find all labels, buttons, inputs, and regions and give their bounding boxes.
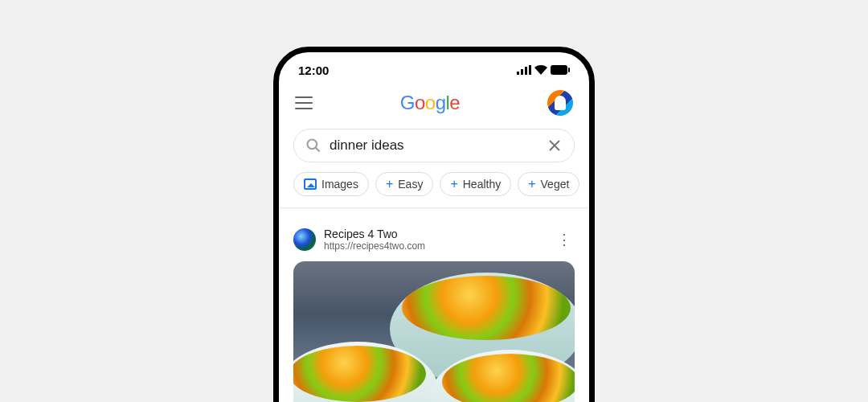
chip-label: Easy (398, 178, 423, 191)
chip-label: Healthy (463, 178, 501, 191)
search-box[interactable] (293, 129, 575, 162)
chip-easy[interactable]: + Easy (375, 172, 433, 196)
plus-icon: + (528, 178, 535, 191)
chip-healthy[interactable]: + Healthy (440, 172, 511, 196)
result-header: Recipes 4 Two https://recipes4two.com ⋮ (293, 228, 575, 252)
svg-rect-0 (517, 72, 519, 75)
site-favicon (293, 228, 316, 251)
plus-icon: + (386, 178, 393, 191)
status-bar: 12:00 (279, 52, 589, 84)
svg-rect-3 (529, 65, 531, 75)
site-url: https://recipes4two.com (324, 240, 546, 252)
svg-rect-2 (525, 67, 527, 75)
svg-rect-4 (551, 65, 567, 75)
site-name: Recipes 4 Two (324, 228, 546, 240)
result-image[interactable] (293, 261, 575, 402)
more-options-icon[interactable]: ⋮ (554, 232, 575, 248)
signal-icon (517, 64, 531, 77)
search-input[interactable] (330, 137, 538, 154)
svg-line-7 (316, 148, 320, 152)
avatar[interactable] (547, 90, 573, 116)
plus-icon: + (450, 178, 457, 191)
svg-rect-5 (568, 68, 570, 72)
search-icon (305, 137, 321, 154)
chip-vegetarian[interactable]: + Veget (518, 172, 579, 196)
site-info: Recipes 4 Two https://recipes4two.com (324, 228, 546, 252)
result-card[interactable]: Recipes 4 Two https://recipes4two.com ⋮ (279, 219, 589, 402)
chip-images[interactable]: Images (293, 172, 369, 196)
app-header: Google (279, 84, 589, 122)
filter-chips: Images + Easy + Healthy + Veget (279, 169, 589, 208)
chip-label: Veget (541, 178, 570, 191)
svg-point-6 (308, 140, 317, 150)
status-time: 12:00 (298, 64, 329, 77)
wifi-icon (534, 64, 547, 77)
svg-rect-1 (521, 69, 523, 75)
battery-icon (551, 64, 570, 77)
image-icon (304, 178, 317, 190)
status-icons (517, 64, 570, 77)
phone-frame: 12:00 Google (273, 47, 595, 402)
chip-label: Images (321, 178, 358, 191)
google-logo[interactable]: Google (400, 92, 460, 114)
menu-icon[interactable] (295, 96, 313, 109)
clear-icon[interactable] (547, 137, 563, 154)
